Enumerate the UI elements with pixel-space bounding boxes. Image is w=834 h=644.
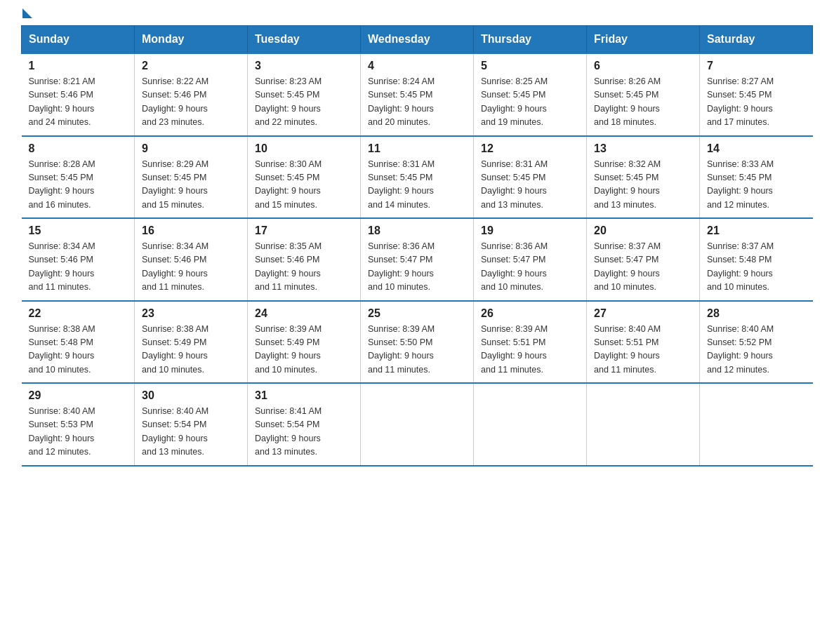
day-info: Sunrise: 8:28 AMSunset: 5:45 PMDaylight:… <box>29 158 128 213</box>
day-info: Sunrise: 8:25 AMSunset: 5:45 PMDaylight:… <box>481 75 579 130</box>
calendar-cell: 10Sunrise: 8:30 AMSunset: 5:45 PMDayligh… <box>248 136 361 219</box>
day-info: Sunrise: 8:39 AMSunset: 5:50 PMDaylight:… <box>368 323 466 377</box>
calendar-cell: 22Sunrise: 8:38 AMSunset: 5:48 PMDayligh… <box>22 301 135 384</box>
weekday-header-saturday: Saturday <box>700 26 813 54</box>
calendar-cell: 8Sunrise: 8:28 AMSunset: 5:45 PMDaylight… <box>22 136 135 219</box>
calendar-week-row: 15Sunrise: 8:34 AMSunset: 5:46 PMDayligh… <box>22 218 813 301</box>
weekday-header-thursday: Thursday <box>474 26 587 54</box>
day-number: 11 <box>368 142 466 155</box>
calendar-cell: 12Sunrise: 8:31 AMSunset: 5:45 PMDayligh… <box>474 136 587 219</box>
calendar-week-row: 1Sunrise: 8:21 AMSunset: 5:46 PMDaylight… <box>22 53 813 136</box>
calendar-cell: 21Sunrise: 8:37 AMSunset: 5:48 PMDayligh… <box>700 218 813 301</box>
day-number: 7 <box>707 60 806 72</box>
day-info: Sunrise: 8:24 AMSunset: 5:45 PMDaylight:… <box>368 75 466 130</box>
day-info: Sunrise: 8:35 AMSunset: 5:46 PMDaylight:… <box>255 240 353 295</box>
day-number: 25 <box>368 307 466 320</box>
day-number: 1 <box>29 60 128 72</box>
calendar-cell: 23Sunrise: 8:38 AMSunset: 5:49 PMDayligh… <box>135 301 248 384</box>
day-number: 16 <box>142 224 240 237</box>
calendar-cell: 5Sunrise: 8:25 AMSunset: 5:45 PMDaylight… <box>474 53 587 136</box>
calendar-week-row: 22Sunrise: 8:38 AMSunset: 5:48 PMDayligh… <box>22 301 813 384</box>
day-info: Sunrise: 8:34 AMSunset: 5:46 PMDaylight:… <box>142 240 240 295</box>
day-number: 17 <box>255 224 353 237</box>
day-info: Sunrise: 8:30 AMSunset: 5:45 PMDaylight:… <box>255 158 353 213</box>
day-number: 29 <box>29 389 128 402</box>
calendar-cell: 25Sunrise: 8:39 AMSunset: 5:50 PMDayligh… <box>361 301 474 384</box>
day-number: 30 <box>142 389 240 402</box>
day-info: Sunrise: 8:26 AMSunset: 5:45 PMDaylight:… <box>594 75 692 130</box>
calendar-cell: 16Sunrise: 8:34 AMSunset: 5:46 PMDayligh… <box>135 218 248 301</box>
calendar-cell: 3Sunrise: 8:23 AMSunset: 5:45 PMDaylight… <box>248 53 361 136</box>
calendar-cell <box>700 383 813 466</box>
day-number: 5 <box>481 60 579 72</box>
calendar-cell: 26Sunrise: 8:39 AMSunset: 5:51 PMDayligh… <box>474 301 587 384</box>
day-number: 4 <box>368 60 466 72</box>
calendar-week-row: 29Sunrise: 8:40 AMSunset: 5:53 PMDayligh… <box>22 383 813 466</box>
weekday-header-wednesday: Wednesday <box>361 26 474 54</box>
day-info: Sunrise: 8:31 AMSunset: 5:45 PMDaylight:… <box>481 158 579 213</box>
day-info: Sunrise: 8:41 AMSunset: 5:54 PMDaylight:… <box>255 405 353 459</box>
calendar-cell: 29Sunrise: 8:40 AMSunset: 5:53 PMDayligh… <box>22 383 135 466</box>
calendar-cell: 7Sunrise: 8:27 AMSunset: 5:45 PMDaylight… <box>700 53 813 136</box>
calendar-cell: 1Sunrise: 8:21 AMSunset: 5:46 PMDaylight… <box>22 53 135 136</box>
day-number: 18 <box>368 224 466 237</box>
calendar-cell: 19Sunrise: 8:36 AMSunset: 5:47 PMDayligh… <box>474 218 587 301</box>
day-info: Sunrise: 8:21 AMSunset: 5:46 PMDaylight:… <box>29 75 128 130</box>
day-info: Sunrise: 8:36 AMSunset: 5:47 PMDaylight:… <box>368 240 466 295</box>
day-number: 28 <box>707 307 806 320</box>
calendar-cell: 18Sunrise: 8:36 AMSunset: 5:47 PMDayligh… <box>361 218 474 301</box>
day-info: Sunrise: 8:40 AMSunset: 5:53 PMDaylight:… <box>29 405 128 459</box>
logo <box>21 14 32 18</box>
calendar-header-row: SundayMondayTuesdayWednesdayThursdayFrid… <box>22 26 813 54</box>
day-info: Sunrise: 8:36 AMSunset: 5:47 PMDaylight:… <box>481 240 579 295</box>
day-info: Sunrise: 8:31 AMSunset: 5:45 PMDaylight:… <box>368 158 466 213</box>
calendar-cell: 31Sunrise: 8:41 AMSunset: 5:54 PMDayligh… <box>248 383 361 466</box>
day-info: Sunrise: 8:37 AMSunset: 5:48 PMDaylight:… <box>707 240 806 295</box>
day-info: Sunrise: 8:29 AMSunset: 5:45 PMDaylight:… <box>142 158 240 213</box>
weekday-header-tuesday: Tuesday <box>248 26 361 54</box>
day-number: 21 <box>707 224 806 237</box>
day-info: Sunrise: 8:39 AMSunset: 5:49 PMDaylight:… <box>255 323 353 377</box>
calendar-cell: 27Sunrise: 8:40 AMSunset: 5:51 PMDayligh… <box>587 301 700 384</box>
day-number: 9 <box>142 142 240 155</box>
day-info: Sunrise: 8:40 AMSunset: 5:51 PMDaylight:… <box>594 323 692 377</box>
day-number: 10 <box>255 142 353 155</box>
calendar-cell: 14Sunrise: 8:33 AMSunset: 5:45 PMDayligh… <box>700 136 813 219</box>
day-number: 3 <box>255 60 353 72</box>
day-info: Sunrise: 8:23 AMSunset: 5:45 PMDaylight:… <box>255 75 353 130</box>
day-info: Sunrise: 8:22 AMSunset: 5:46 PMDaylight:… <box>142 75 240 130</box>
calendar-cell: 9Sunrise: 8:29 AMSunset: 5:45 PMDaylight… <box>135 136 248 219</box>
day-number: 12 <box>481 142 579 155</box>
day-number: 27 <box>594 307 692 320</box>
calendar-cell <box>361 383 474 466</box>
day-info: Sunrise: 8:27 AMSunset: 5:45 PMDaylight:… <box>707 75 806 130</box>
day-number: 26 <box>481 307 579 320</box>
day-info: Sunrise: 8:40 AMSunset: 5:52 PMDaylight:… <box>707 323 806 377</box>
calendar-cell: 6Sunrise: 8:26 AMSunset: 5:45 PMDaylight… <box>587 53 700 136</box>
calendar-cell: 4Sunrise: 8:24 AMSunset: 5:45 PMDaylight… <box>361 53 474 136</box>
day-info: Sunrise: 8:38 AMSunset: 5:48 PMDaylight:… <box>29 323 128 377</box>
calendar-cell <box>587 383 700 466</box>
calendar-cell: 17Sunrise: 8:35 AMSunset: 5:46 PMDayligh… <box>248 218 361 301</box>
calendar-cell: 2Sunrise: 8:22 AMSunset: 5:46 PMDaylight… <box>135 53 248 136</box>
day-number: 14 <box>707 142 806 155</box>
logo-triangle-icon <box>22 8 32 18</box>
day-number: 31 <box>255 389 353 402</box>
calendar-cell <box>474 383 587 466</box>
weekday-header-monday: Monday <box>135 26 248 54</box>
day-info: Sunrise: 8:33 AMSunset: 5:45 PMDaylight:… <box>707 158 806 213</box>
day-number: 13 <box>594 142 692 155</box>
weekday-header-sunday: Sunday <box>22 26 135 54</box>
calendar-cell: 30Sunrise: 8:40 AMSunset: 5:54 PMDayligh… <box>135 383 248 466</box>
day-info: Sunrise: 8:38 AMSunset: 5:49 PMDaylight:… <box>142 323 240 377</box>
header <box>21 14 813 18</box>
day-info: Sunrise: 8:40 AMSunset: 5:54 PMDaylight:… <box>142 405 240 459</box>
day-info: Sunrise: 8:34 AMSunset: 5:46 PMDaylight:… <box>29 240 128 295</box>
calendar-cell: 28Sunrise: 8:40 AMSunset: 5:52 PMDayligh… <box>700 301 813 384</box>
day-number: 19 <box>481 224 579 237</box>
calendar-cell: 15Sunrise: 8:34 AMSunset: 5:46 PMDayligh… <box>22 218 135 301</box>
calendar-cell: 24Sunrise: 8:39 AMSunset: 5:49 PMDayligh… <box>248 301 361 384</box>
calendar-cell: 11Sunrise: 8:31 AMSunset: 5:45 PMDayligh… <box>361 136 474 219</box>
day-info: Sunrise: 8:32 AMSunset: 5:45 PMDaylight:… <box>594 158 692 213</box>
calendar-cell: 13Sunrise: 8:32 AMSunset: 5:45 PMDayligh… <box>587 136 700 219</box>
